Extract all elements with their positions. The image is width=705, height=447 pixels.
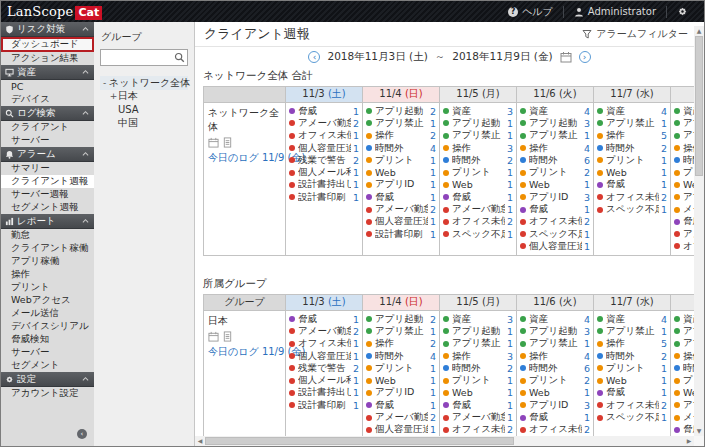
alarm-count[interactable]: 1 [661, 375, 667, 386]
alarm-count[interactable]: 1 [430, 118, 436, 129]
alarm-count[interactable]: 6 [584, 155, 590, 166]
sidebar-collapse-button[interactable]: ‹ [77, 429, 87, 439]
alarm-count[interactable]: 1 [661, 118, 667, 129]
alarm-count[interactable]: 2 [353, 363, 359, 374]
sidebar-section-asset[interactable]: 資産 [1, 65, 94, 80]
sidebar-item[interactable]: サーバー [1, 134, 94, 147]
alarm-count[interactable]: 1 [661, 155, 667, 166]
alarm-count[interactable]: 1 [584, 229, 590, 240]
alarm-count[interactable]: 4 [661, 314, 667, 325]
alarm-count[interactable]: 1 [430, 387, 436, 398]
sidebar-section-log-search[interactable]: ログ検索 [1, 106, 94, 121]
alarm-count[interactable]: 1 [584, 387, 590, 398]
alarm-count[interactable]: 1 [507, 118, 513, 129]
alarm-count[interactable]: 1 [661, 179, 667, 190]
tree-item[interactable]: -ネットワーク全体 [100, 76, 188, 90]
alarm-count[interactable]: 1 [661, 387, 667, 398]
alarm-count[interactable]: 3 [507, 314, 513, 325]
alarm-count[interactable]: 2 [507, 155, 513, 166]
alarm-count[interactable]: 2 [430, 314, 436, 325]
alarm-count[interactable]: 1 [584, 338, 590, 349]
search-icon[interactable] [174, 52, 185, 63]
export-document-icon[interactable] [222, 331, 233, 342]
alarm-count[interactable]: 1 [507, 400, 513, 411]
alarm-count[interactable]: 1 [430, 167, 436, 178]
alarm-count[interactable]: 1 [430, 375, 436, 386]
alarm-count[interactable]: 2 [507, 424, 513, 435]
calendar-icon[interactable] [560, 51, 572, 63]
sidebar-item[interactable]: サーバー週報 [1, 188, 94, 201]
alarm-count[interactable]: 1 [507, 375, 513, 386]
alarm-filter-button[interactable]: アラームフィルター [582, 27, 688, 41]
sidebar-item[interactable]: クライアント週報 [1, 175, 94, 188]
alarm-count[interactable]: 1 [430, 326, 436, 337]
alarm-count[interactable]: 1 [507, 130, 513, 141]
alarm-count[interactable]: 2 [353, 155, 359, 166]
sidebar-section-alarm[interactable]: アラーム [1, 147, 94, 162]
sidebar-item[interactable]: セグメント [1, 359, 94, 372]
alarm-count[interactable]: 1 [353, 351, 359, 362]
alarm-count[interactable]: 1 [353, 130, 359, 141]
alarm-count[interactable]: 4 [584, 351, 590, 362]
alarm-count[interactable]: 2 [430, 412, 436, 423]
alarm-count[interactable]: 2 [584, 216, 590, 227]
settings-gear-button[interactable] [667, 1, 698, 22]
alarm-count[interactable]: 1 [661, 363, 667, 374]
previous-week-button[interactable]: ‹ [308, 51, 320, 63]
alarm-count[interactable]: 1 [430, 155, 436, 166]
alarm-count[interactable]: 2 [507, 216, 513, 227]
alarm-count[interactable]: 2 [430, 130, 436, 141]
alarm-count[interactable]: 1 [353, 314, 359, 325]
sidebar-item[interactable]: セグメント週報 [1, 201, 94, 214]
alarm-count[interactable]: 1 [353, 400, 359, 411]
alarm-count[interactable]: 1 [661, 412, 667, 423]
today-log-link[interactable]: 今日のログ 11/9 (金) [208, 151, 281, 165]
expand-icon[interactable]: + [109, 91, 118, 101]
alarm-count[interactable]: 2 [353, 118, 359, 129]
sidebar-item[interactable]: メール送信 [1, 307, 94, 320]
today-log-link[interactable]: 今日のログ 11/9 (金) [208, 345, 281, 359]
alarm-count[interactable]: 2 [584, 424, 590, 435]
alarm-count[interactable]: 2 [430, 338, 436, 349]
alarm-count[interactable]: 1 [353, 387, 359, 398]
alarm-count[interactable]: 3 [584, 326, 590, 337]
alarm-count[interactable]: 4 [661, 106, 667, 117]
sidebar-item[interactable]: アプリ稼働 [1, 255, 94, 268]
alarm-count[interactable]: 2 [661, 143, 667, 154]
sidebar-section-report[interactable]: レポート [1, 214, 94, 229]
sidebar-item[interactable]: デバイスシリアル [1, 320, 94, 333]
sidebar-item[interactable]: ダッシュボード [1, 37, 94, 52]
alarm-count[interactable]: 2 [353, 326, 359, 337]
alarm-count[interactable]: 4 [584, 314, 590, 325]
horizontal-scrollbar[interactable]: ◀ ▶ [195, 436, 694, 446]
alarm-count[interactable]: 1 [661, 204, 667, 215]
alarm-count[interactable]: 4 [430, 351, 436, 362]
alarm-count[interactable]: 1 [430, 216, 436, 227]
alarm-count[interactable]: 1 [430, 192, 436, 203]
alarm-count[interactable]: 1 [584, 130, 590, 141]
scroll-left-arrow[interactable]: ◀ [195, 436, 205, 446]
sidebar-item[interactable]: 脅威検知 [1, 333, 94, 346]
tree-item[interactable]: +日本 [100, 90, 188, 104]
alarm-count[interactable]: 1 [353, 106, 359, 117]
alarm-count[interactable]: 1 [584, 241, 590, 252]
sidebar-item[interactable]: Webアクセス [1, 294, 94, 307]
alarm-count[interactable]: 1 [430, 363, 436, 374]
alarm-count[interactable]: 1 [353, 375, 359, 386]
sidebar-item[interactable]: サーバー [1, 346, 94, 359]
alarm-count[interactable]: 5 [661, 130, 667, 141]
group-search-input[interactable] [103, 52, 174, 63]
export-document-icon[interactable] [222, 137, 233, 148]
sidebar-item[interactable]: クライアント稼働 [1, 242, 94, 255]
alarm-count[interactable]: 3 [507, 106, 513, 117]
alarm-count[interactable]: 2 [584, 167, 590, 178]
alarm-count[interactable]: 4 [584, 106, 590, 117]
alarm-count[interactable]: 1 [353, 143, 359, 154]
alarm-count[interactable]: 2 [661, 192, 667, 203]
tree-item[interactable]: USA [100, 103, 188, 117]
sidebar-item[interactable]: デバイス [1, 93, 94, 106]
collapse-icon[interactable]: - [100, 78, 109, 88]
sidebar-item[interactable]: 操作 [1, 268, 94, 281]
next-week-button[interactable]: › [579, 51, 591, 63]
alarm-count[interactable]: 2 [661, 400, 667, 411]
